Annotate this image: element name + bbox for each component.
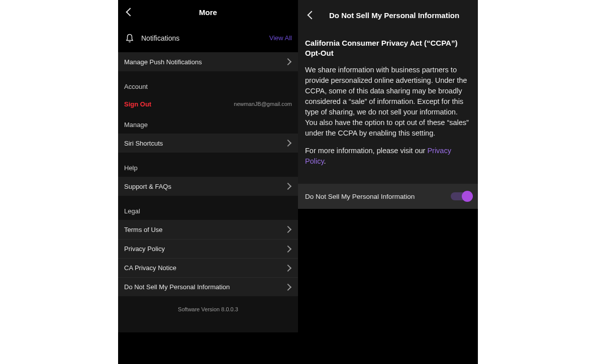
toggle-knob (462, 191, 473, 202)
section-account: Account (118, 71, 298, 95)
sign-out-row: Sign Out newmanJB@gmail.com (118, 95, 298, 112)
ca-privacy-label: CA Privacy Notice (124, 264, 284, 272)
terms-of-use-row[interactable]: Terms of Use (118, 220, 298, 239)
chevron-right-icon (284, 247, 292, 252)
privacy-policy-row[interactable]: Privacy Policy (118, 239, 298, 258)
section-help: Help (118, 153, 298, 177)
content: California Consumer Privacy Act (“CCPA”)… (298, 30, 478, 184)
siri-shortcuts-row[interactable]: Siri Shortcuts (118, 134, 298, 153)
section-legal: Legal (118, 196, 298, 220)
back-button[interactable] (123, 5, 137, 19)
more-info: For more information, please visit our P… (305, 146, 471, 167)
notifications-row[interactable]: Notifications View All (118, 24, 298, 52)
more-info-prefix: For more information, please visit our (305, 147, 427, 155)
privacy-policy-label: Privacy Policy (124, 245, 284, 253)
terms-of-use-label: Terms of Use (124, 226, 284, 233)
sign-out-button[interactable]: Sign Out (124, 100, 151, 108)
chevron-right-icon (284, 141, 292, 146)
more-screen: More Notifications View All Manage Push … (118, 0, 298, 364)
view-all-link[interactable]: View All (269, 34, 292, 42)
bell-icon (124, 33, 135, 44)
dnsmpi-toggle-label: Do Not Sell My Personal Information (305, 193, 451, 200)
section-manage: Manage (118, 112, 298, 134)
chevron-left-icon (309, 12, 315, 18)
ca-privacy-row[interactable]: CA Privacy Notice (118, 258, 298, 277)
header: More (118, 0, 298, 24)
chevron-right-icon (284, 59, 292, 64)
ccpa-heading: California Consumer Privacy Act (“CCPA”)… (305, 38, 471, 58)
more-info-period: . (324, 157, 326, 165)
manage-push-row[interactable]: Manage Push Notifications (118, 52, 298, 71)
manage-push-label: Manage Push Notifications (124, 58, 284, 66)
header: Do Not Sell My Personal Information (298, 0, 478, 30)
page-title: More (199, 8, 217, 17)
siri-shortcuts-label: Siri Shortcuts (124, 140, 284, 147)
chevron-left-icon (127, 9, 133, 15)
ccpa-body: We share information with business partn… (305, 65, 471, 139)
dnsmpi-screen: Do Not Sell My Personal Information Cali… (298, 0, 478, 364)
dnsmpi-toggle-row: Do Not Sell My Personal Information (298, 184, 478, 209)
back-button[interactable] (305, 9, 318, 22)
chevron-right-icon (284, 266, 292, 271)
dnsmpi-row[interactable]: Do Not Sell My Personal Information (118, 277, 298, 296)
page-title: Do Not Sell My Personal Information (329, 11, 459, 20)
account-email: newmanJB@gmail.com (151, 101, 292, 107)
dnsmpi-label: Do Not Sell My Personal Information (124, 283, 284, 291)
chevron-right-icon (284, 184, 292, 189)
notifications-label: Notifications (141, 34, 269, 42)
chevron-right-icon (284, 285, 292, 290)
software-version: Software Version 8.0.0.3 (118, 296, 298, 332)
dnsmpi-toggle[interactable] (451, 192, 471, 200)
chevron-right-icon (284, 227, 292, 232)
support-faqs-label: Support & FAQs (124, 183, 284, 190)
support-faqs-row[interactable]: Support & FAQs (118, 177, 298, 196)
